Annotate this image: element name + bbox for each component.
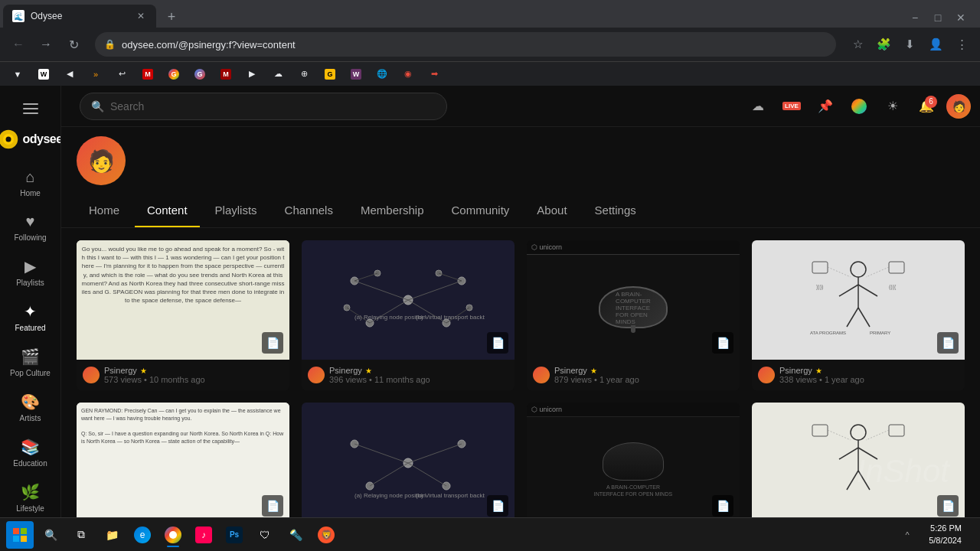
svg-text:((((: (((( — [889, 284, 897, 290]
bookmark-rss[interactable]: » — [84, 65, 107, 83]
author-avatar — [83, 367, 100, 383]
device-caption: A BRAIN-COMPUTERINTERFACE FOR OPEN MINDS — [594, 484, 672, 497]
theme-button[interactable] — [845, 93, 873, 120]
channel-nav-about[interactable]: About — [524, 194, 579, 227]
taskbar-media-player[interactable]: ♪ — [190, 521, 217, 549]
new-tab-button[interactable]: + — [161, 6, 182, 28]
bookmark-dropdown[interactable]: ▼ — [6, 65, 29, 83]
pin-button[interactable]: 📌 — [812, 93, 839, 120]
taskbar-search[interactable]: 🔍 — [37, 521, 64, 549]
channel-nav-channels[interactable]: Channels — [273, 194, 345, 227]
live-button[interactable]: LIVE — [778, 93, 805, 120]
body-diagram2 — [808, 421, 908, 505]
start-button[interactable] — [6, 521, 34, 549]
bookmark-rotate[interactable]: ↩ — [110, 65, 133, 83]
bookmark-star-button[interactable]: ☆ — [845, 32, 870, 57]
extensions-button[interactable]: 🧩 — [871, 32, 896, 57]
video-card[interactable]: ⬡ unicorn A BRAIN-COMPUTER INTERFACE FOR… — [527, 240, 740, 390]
channel-nav-content[interactable]: Content — [135, 194, 200, 227]
bookmark-m1[interactable]: M — [136, 65, 159, 83]
odysee-logo[interactable]: odysee — [0, 126, 61, 153]
bookmark-circle[interactable]: ⊕ — [292, 65, 315, 83]
m2-icon: M — [220, 69, 231, 80]
video-info: Psinergy ★ 573 views • 10 months ago — [77, 360, 289, 390]
circle-icon: ⊕ — [299, 69, 309, 80]
sidebar-item-artists[interactable]: 🎨 Artists — [3, 386, 58, 429]
channel-nav-community[interactable]: Community — [439, 194, 522, 227]
back-button[interactable]: ← — [6, 32, 31, 57]
video-info: Psinergy ★ 396 views • 11 months ago — [302, 360, 514, 390]
sidebar-item-lifestyle[interactable]: 🌿 Lifestyle — [3, 477, 58, 519]
taskbar-clock[interactable]: 5:26 PM 5/8/2024 — [923, 520, 968, 549]
bookmark-earth[interactable]: 🌐 — [371, 65, 394, 83]
video-stats: 573 views • 10 months ago — [104, 375, 283, 384]
taskbar-brave[interactable]: 🦁 — [312, 521, 340, 549]
forward-button[interactable]: → — [34, 32, 58, 57]
address-bar[interactable]: 🔒 odysee.com/@psinergy:f?view=content — [95, 32, 836, 57]
channel-nav-home[interactable]: Home — [77, 194, 132, 227]
notifications-button[interactable]: 🔔 6 — [913, 93, 940, 120]
taskbar-edge[interactable]: e — [129, 521, 156, 549]
sidebar-item-education[interactable]: 📚 Education — [3, 432, 58, 474]
tab-close-button[interactable]: ✕ — [135, 10, 147, 22]
channel-nav-settings[interactable]: Settings — [583, 194, 648, 227]
taskbar-file-explorer[interactable]: 📁 — [98, 521, 126, 549]
system-tray-icons[interactable]: ^ — [895, 523, 920, 547]
sidebar-item-featured[interactable]: ✦ Featured — [3, 296, 58, 338]
sidebar-item-playlists[interactable]: ▶ Playlists — [3, 251, 58, 293]
bookmark-wikipedia[interactable]: W — [32, 65, 55, 83]
channel-avatar-emoji: 🧑 — [88, 148, 115, 174]
video-card[interactable]: (a) Relaying node position (b) Virtual t… — [302, 240, 514, 390]
channel-nav-membership[interactable]: Membership — [348, 194, 436, 227]
reload-button[interactable]: ↻ — [61, 32, 86, 57]
bookmark-w2[interactable]: W — [345, 65, 368, 83]
user-avatar[interactable]: 🧑 — [946, 94, 971, 119]
taskbar-security[interactable]: 🛡 — [251, 521, 279, 549]
bookmark-g3[interactable]: G — [318, 65, 341, 83]
minimize-button[interactable]: − — [905, 8, 925, 28]
author-name: Psinergy ★ — [329, 366, 508, 375]
thumb-content: (a) Relaying node position (b) Virtual t… — [302, 403, 514, 522]
bookmark-arrow[interactable]: ➡ — [423, 65, 446, 83]
downloads-button[interactable]: ⬇ — [897, 32, 922, 57]
taskbar-torch[interactable]: 🔦 — [282, 521, 309, 549]
thumb-header: ⬡ unicorn — [527, 240, 740, 255]
bookmark-m2[interactable]: M — [214, 65, 237, 83]
author-avatar — [308, 367, 325, 383]
sidebar-item-home[interactable]: ⌂ Home — [3, 162, 58, 204]
bookmark-back[interactable]: ◀ — [58, 65, 81, 83]
author-avatar — [758, 367, 775, 383]
video-card[interactable]: )))) (((( ATA PROGRAMS PRIMARY 📄 — [752, 240, 965, 390]
bookmark-google2[interactable]: G — [188, 65, 211, 83]
bookmark-dot[interactable]: ◉ — [397, 65, 420, 83]
taskbar-chrome[interactable] — [159, 521, 187, 549]
education-icon: 📚 — [21, 438, 40, 456]
bookmark-play[interactable]: ▶ — [240, 65, 263, 83]
taskbar: 🔍 ⧉ 📁 e ♪ Ps 🛡 🔦 🦁 ^ 5:26 PM 5/8/2024 — [0, 517, 980, 551]
taskbar-photoshop[interactable]: Ps — [220, 521, 248, 549]
video-thumbnail: Go you... would you like me to go ahead … — [77, 240, 289, 360]
channel-nav-playlists[interactable]: Playlists — [203, 194, 270, 227]
search-input[interactable] — [110, 100, 436, 112]
author-info: Psinergy ★ 396 views • 11 months ago — [329, 366, 508, 384]
network-diagram2: (a) Relaying node position (b) Virtual t… — [332, 421, 485, 505]
close-window-button[interactable]: ✕ — [951, 8, 971, 28]
brave-icon: 🦁 — [318, 527, 335, 543]
thumb-logo-text: ⬡ unicorn — [531, 243, 562, 251]
sidebar-item-following[interactable]: ♥ Following — [3, 207, 58, 248]
brightness-button[interactable]: ☀ — [879, 93, 906, 120]
taskbar-taskview[interactable]: ⧉ — [67, 521, 95, 549]
video-thumbnail: ⬡ unicorn A BRAIN-COMPUTER INTERFACE FOR… — [527, 240, 740, 360]
bookmark-google[interactable]: G — [162, 65, 185, 83]
bookmark-cloud[interactable]: ☁ — [266, 65, 289, 83]
upload-button[interactable]: ☁ — [744, 93, 772, 120]
content-area: Go you... would you like me to go ahead … — [61, 228, 980, 551]
profile-button[interactable]: 👤 — [923, 32, 948, 57]
menu-button[interactable]: ⋮ — [949, 32, 974, 57]
sidebar-item-pop-culture[interactable]: 🎬 Pop Culture — [3, 341, 58, 383]
author-info: Psinergy ★ 573 views • 10 months ago — [104, 366, 283, 384]
search-bar: 🔍 — [80, 93, 447, 120]
hamburger-menu[interactable] — [17, 95, 44, 122]
maximize-button[interactable]: □ — [928, 8, 948, 28]
video-card[interactable]: Go you... would you like me to go ahead … — [77, 240, 289, 390]
